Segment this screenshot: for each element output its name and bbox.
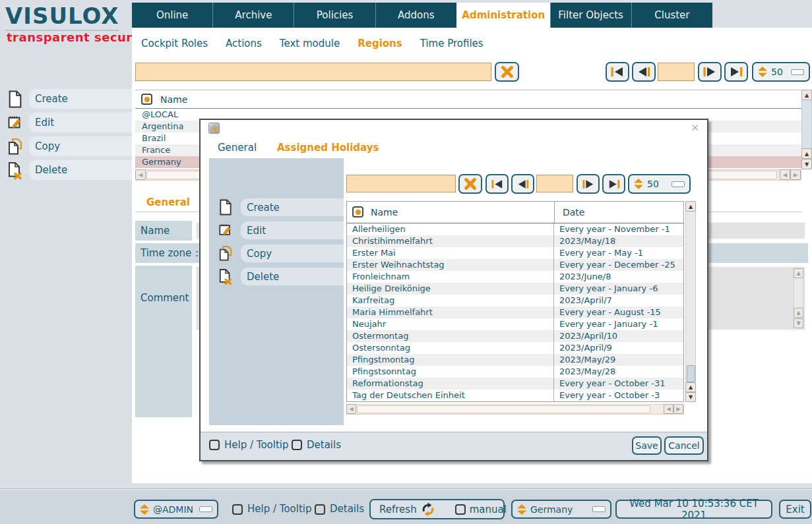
minimize-handle[interactable] (199, 506, 212, 512)
last-page-button[interactable] (724, 62, 748, 82)
refresh-button[interactable]: Refresh (379, 504, 417, 515)
exit-button[interactable]: Exit (779, 500, 811, 519)
delete-button[interactable]: Delete (0, 160, 132, 180)
table-row[interactable]: Karfreitag 2023/April/7 (347, 295, 683, 306)
cancel-button[interactable]: Cancel (664, 436, 704, 455)
top-nav: OnlineArchivePoliciesAddonsAdministratio… (132, 3, 712, 28)
minimize-handle[interactable] (791, 69, 804, 75)
details-checkbox[interactable] (315, 504, 325, 515)
table-row[interactable]: Neujahr Every year - January -1 (347, 318, 683, 330)
dialog-copy-button[interactable]: Copy (209, 245, 344, 262)
scroll-left-button[interactable]: ◀ (135, 169, 146, 180)
page-size-select[interactable]: 50 (628, 174, 691, 194)
scroll-down-button[interactable]: ▼ (794, 318, 803, 328)
subnav-item[interactable]: Actions (226, 38, 262, 49)
first-page-button[interactable] (485, 174, 509, 194)
dialog-delete-button[interactable]: Delete (209, 268, 344, 285)
table-row[interactable]: Maria Himmelfahrt Every year - August -1… (347, 306, 683, 318)
next-page-button[interactable] (698, 62, 722, 82)
scroll-up-button[interactable]: ▲ (794, 268, 803, 278)
prev-page-button[interactable] (632, 62, 656, 82)
scroll-up-button[interactable]: ▲ (801, 90, 812, 100)
close-icon[interactable]: ✕ (691, 122, 699, 134)
scroll-right-button[interactable]: ▶ (790, 169, 801, 180)
regions-vscrollbar[interactable]: ▲ ▲ ▼ (801, 90, 812, 169)
nav-tab[interactable]: Cluster (631, 3, 712, 28)
table-row[interactable]: Christihimmelfahrt 2023/May/18 (347, 235, 683, 247)
tab-general[interactable]: General (146, 196, 190, 208)
table-row[interactable]: Heilige Dreikönige Every year - January … (347, 283, 683, 295)
next-page-button[interactable] (577, 174, 600, 194)
table-row[interactable]: Ostersonntag 2023/April/9 (347, 342, 683, 354)
dialog-tab-assigned-holidays[interactable]: Assigned Holidays (277, 142, 379, 154)
table-row[interactable]: Erster Weihnachtstag Every year - Decemb… (347, 259, 683, 271)
logo-tagline: transparent security (7, 30, 151, 44)
scroll-up-button[interactable]: ▲ (685, 201, 696, 212)
search-clear-button[interactable] (495, 62, 519, 82)
holiday-search-input[interactable] (346, 175, 456, 192)
subnav-item[interactable]: Text module (280, 38, 340, 49)
holidays-vscrollbar[interactable]: ▲ ▲ ▼ (685, 201, 696, 402)
help-tooltip-checkbox[interactable] (232, 504, 243, 515)
table-row[interactable]: Erster Mai Every year - May -1 (347, 247, 683, 259)
select-column-icon[interactable] (352, 206, 363, 218)
help-tooltip-checkbox[interactable] (209, 440, 220, 450)
copy-button[interactable]: Copy (0, 136, 132, 156)
table-row[interactable]: Pfingstmontag 2023/May/29 (347, 354, 683, 366)
scroll-left-button[interactable]: ◀ (780, 169, 790, 180)
region-search-input[interactable] (135, 63, 491, 81)
scroll-right-button[interactable]: ▶ (673, 404, 683, 414)
details-checkbox[interactable] (292, 440, 302, 450)
nav-tab[interactable]: Policies (294, 3, 375, 28)
page-size-select[interactable]: 50 (752, 62, 810, 82)
nav-tab[interactable]: Archive (212, 3, 294, 28)
nav-tab[interactable]: Online (132, 3, 212, 28)
table-row[interactable]: Ostermontag 2023/April/10 (347, 330, 683, 342)
nav-tab[interactable]: Filter Objects (550, 3, 631, 28)
scroll-left-button[interactable]: ◀ (664, 404, 673, 414)
table-row[interactable]: Pfingstsonntag 2023/May/28 (347, 366, 683, 378)
scrollbar-thumb[interactable] (357, 405, 650, 413)
table-row[interactable]: Fronleichnam 2023/June/8 (347, 271, 683, 283)
user-select[interactable]: @ADMIN (134, 500, 218, 519)
scroll-up-button[interactable]: ▲ (794, 308, 803, 318)
dialog-create-button[interactable]: Create (209, 198, 344, 216)
region-select[interactable]: Germany (511, 500, 611, 519)
edit-button[interactable]: Edit (0, 113, 132, 132)
scrollbar-thumb[interactable] (687, 365, 695, 382)
scroll-up-button[interactable]: ▲ (801, 148, 812, 159)
holidays-hscrollbar[interactable]: ◀ ◀ ▶ (346, 404, 684, 415)
dialog-tab-general[interactable]: General (218, 142, 257, 154)
subnav-item[interactable]: Cockpit Roles (141, 38, 208, 49)
comment-vscrollbar[interactable]: ▲ ▲ ▼ (794, 268, 803, 328)
page-number-input[interactable] (536, 175, 573, 192)
manual-checkbox[interactable] (455, 504, 466, 515)
table-row[interactable]: Tag der Deutschen Einheit Every year - O… (347, 390, 683, 401)
sort-diamond-icon (517, 504, 526, 515)
last-page-button[interactable] (602, 174, 625, 194)
datetime-display[interactable]: Wed Mar 10 10:53:36 CET 2021 (615, 500, 772, 519)
dialog-edit-button[interactable]: Edit (209, 221, 344, 239)
subnav-item[interactable]: Regions (358, 38, 402, 49)
subnav-item[interactable]: Time Profiles (420, 38, 484, 49)
create-button[interactable]: Create (0, 89, 132, 109)
prev-page-button[interactable] (511, 174, 534, 194)
nav-tab[interactable]: Administration (456, 3, 550, 28)
table-row[interactable]: Allerheiligen Every year - November -1 (347, 223, 683, 235)
select-column-icon[interactable] (141, 94, 152, 105)
holiday-search-clear-button[interactable] (458, 174, 482, 194)
nav-tab[interactable]: Addons (375, 3, 456, 28)
scroll-down-button[interactable]: ▼ (685, 392, 696, 402)
minimize-handle[interactable] (592, 506, 606, 512)
last-page-icon (730, 67, 743, 76)
prev-page-icon (517, 180, 529, 189)
page-number-input[interactable] (658, 63, 695, 81)
minimize-handle[interactable] (671, 181, 685, 187)
scroll-down-button[interactable]: ▼ (801, 159, 812, 169)
first-page-button[interactable] (606, 62, 629, 82)
scroll-up-button[interactable]: ▲ (685, 382, 696, 392)
save-button[interactable]: Save (632, 436, 662, 455)
refresh-icon[interactable] (421, 502, 435, 517)
scroll-left-button[interactable]: ◀ (346, 404, 356, 414)
table-row[interactable]: Reformationstag Every year - October -31 (347, 378, 683, 390)
